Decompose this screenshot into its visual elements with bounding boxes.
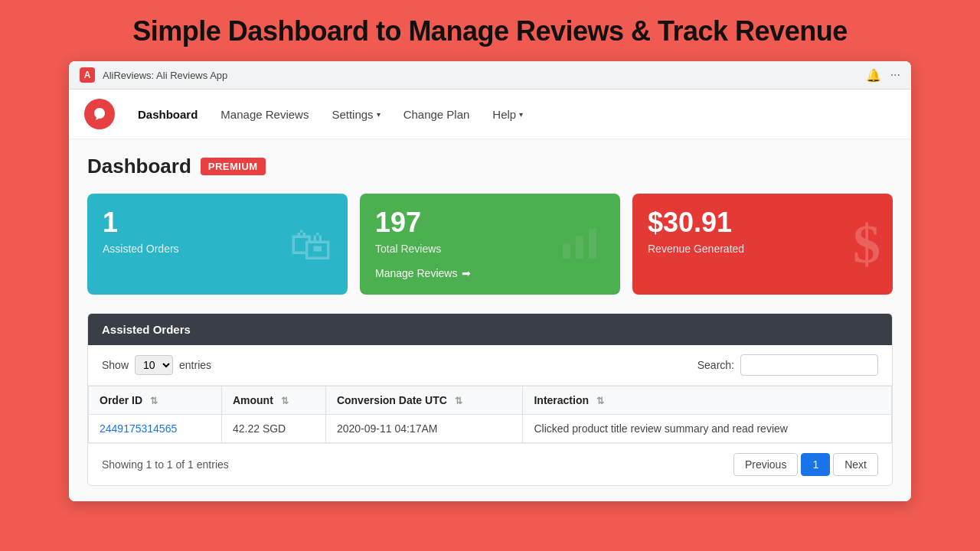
premium-badge: PREMIUM (201, 158, 266, 175)
cell-date: 2020-09-11 04:17AM (325, 415, 523, 443)
browser-window: A AliReviews: Ali Reviews App 🔔 ··· Dash… (69, 61, 911, 501)
showing-text: Showing 1 to 1 of 1 entries (102, 458, 229, 471)
chart-icon (559, 220, 605, 269)
nav-settings[interactable]: Settings ▾ (332, 108, 380, 121)
sort-icon-interaction: ⇅ (596, 396, 604, 406)
nav-help[interactable]: Help ▾ (492, 108, 523, 121)
show-entries-control: Show 10 25 50 entries (102, 355, 211, 375)
search-box: Search: (697, 354, 878, 376)
cell-amount: 42.22 SGD (221, 415, 325, 443)
pagination: Previous 1 Next (733, 453, 878, 476)
total-reviews-card: 197 Total Reviews Manage Reviews ➡ (360, 194, 620, 295)
page-title: Simple Dashboard to Manage Reviews & Tra… (132, 15, 847, 47)
svg-rect-2 (589, 229, 596, 259)
sort-icon-date: ⇅ (455, 396, 462, 406)
page-1-button[interactable]: 1 (801, 453, 830, 476)
sort-icon-order-id: ⇅ (150, 396, 158, 406)
col-amount[interactable]: Amount ⇅ (221, 386, 325, 415)
entries-label: entries (179, 359, 211, 371)
assisted-orders-card: 1 Assisted Orders 🛍 (87, 194, 348, 295)
bell-icon[interactable]: 🔔 (866, 68, 881, 83)
revenue-generated-card: $30.91 Revenue Generated $ (632, 194, 893, 295)
table-footer: Showing 1 to 1 of 1 entries Previous 1 N… (88, 443, 892, 485)
table-section: Assisted Orders Show 10 25 50 entries Se… (87, 313, 893, 486)
revenue-generated-label: Revenue Generated (648, 243, 877, 255)
dashboard-heading: Dashboard (87, 155, 191, 178)
revenue-generated-number: $30.91 (648, 209, 877, 236)
next-button[interactable]: Next (833, 453, 878, 476)
cell-order-id: 2449175314565 (89, 415, 222, 443)
nav-change-plan[interactable]: Change Plan (403, 108, 470, 121)
col-order-id[interactable]: Order ID ⇅ (89, 386, 222, 415)
nav-bar: Dashboard Manage Reviews Settings ▾ Chan… (69, 90, 911, 139)
nav-logo (84, 99, 115, 129)
entries-select[interactable]: 10 25 50 (135, 355, 173, 375)
browser-actions: 🔔 ··· (866, 68, 900, 83)
stats-cards: 1 Assisted Orders 🛍 197 Total Reviews Ma… (87, 194, 893, 295)
table-header-row: Order ID ⇅ Amount ⇅ Conversion Date UTC … (89, 386, 892, 415)
bag-icon: 🛍 (289, 220, 332, 269)
search-label: Search: (697, 359, 734, 371)
dashboard-header: Dashboard PREMIUM (87, 155, 893, 178)
table-controls: Show 10 25 50 entries Search: (88, 345, 892, 386)
order-id-link[interactable]: 2449175314565 (100, 422, 177, 435)
nav-dashboard[interactable]: Dashboard (138, 108, 198, 121)
previous-button[interactable]: Previous (733, 453, 798, 476)
show-label: Show (102, 359, 129, 371)
app-icon: A (80, 67, 95, 83)
main-content: Dashboard PREMIUM 1 Assisted Orders 🛍 19… (69, 139, 911, 501)
dollar-icon: $ (853, 213, 880, 276)
browser-bar: A AliReviews: Ali Reviews App 🔔 ··· (69, 61, 911, 90)
sort-icon-amount: ⇅ (281, 396, 289, 406)
col-interaction[interactable]: Interaction ⇅ (523, 386, 892, 415)
table-row: 2449175314565 42.22 SGD 2020-09-11 04:17… (89, 415, 892, 443)
orders-table: Order ID ⇅ Amount ⇅ Conversion Date UTC … (88, 386, 892, 443)
nav-manage-reviews[interactable]: Manage Reviews (220, 108, 309, 121)
more-icon[interactable]: ··· (890, 68, 900, 82)
browser-title: AliReviews: Ali Reviews App (103, 70, 858, 81)
table-section-title: Assisted Orders (88, 314, 892, 345)
search-input[interactable] (740, 354, 878, 376)
svg-rect-0 (563, 244, 570, 259)
col-conversion-date[interactable]: Conversion Date UTC ⇅ (325, 386, 523, 415)
cell-interaction: Clicked product title review summary and… (523, 415, 892, 443)
svg-rect-1 (576, 236, 583, 259)
